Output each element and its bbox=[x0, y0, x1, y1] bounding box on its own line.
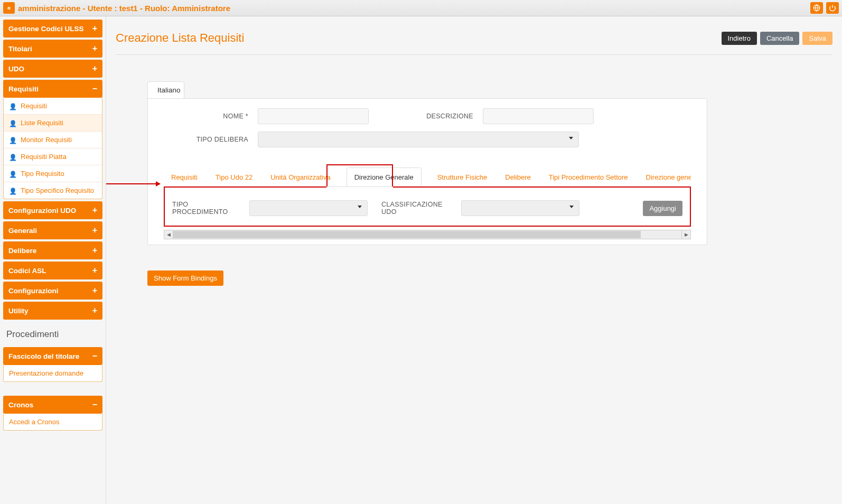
sidebar-group-label: Gestione Codici ULSS bbox=[8, 25, 84, 33]
header-right bbox=[810, 2, 839, 14]
label-tipo-procedimento: TIPO PROCEDIMENTO bbox=[172, 201, 241, 216]
back-button[interactable]: Indietro bbox=[722, 32, 757, 45]
sidebar-section-procedimenti: Procedimenti bbox=[3, 322, 102, 347]
inner-tabs: Requisiti Tipo Udo 22 Unità Organizzativ… bbox=[164, 167, 691, 187]
sidebar-item-label: Tipo Requisito bbox=[21, 170, 64, 178]
expand-icon: + bbox=[92, 266, 97, 275]
globe-icon[interactable] bbox=[810, 2, 823, 14]
sidebar-group-cronos[interactable]: Cronos − bbox=[3, 396, 102, 414]
sidebar-item-tipo-requisito[interactable]: Tipo Requisito bbox=[4, 165, 102, 182]
sidebar-group-generali[interactable]: Generali + bbox=[3, 221, 102, 239]
sidebar-group-label: Requisiti bbox=[8, 85, 39, 93]
expand-icon: + bbox=[92, 44, 97, 53]
label-descrizione: DESCRIZIONE bbox=[378, 113, 473, 120]
header-title: amministrazione - Utente : test1 - Ruolo… bbox=[18, 4, 230, 13]
sidebar-collapse-button[interactable]: « bbox=[3, 2, 15, 14]
sidebar-group-label: Utility bbox=[8, 307, 29, 315]
person-gear-icon bbox=[9, 153, 16, 161]
sidebar-group-delibere[interactable]: Delibere + bbox=[3, 241, 102, 259]
tab-tipi-procedimento-settore[interactable]: Tipi Procedimento Settore bbox=[547, 168, 630, 186]
tab-strutture-fisiche[interactable]: Strutture Fisiche bbox=[435, 168, 490, 186]
select-tipo-procedimento[interactable] bbox=[249, 200, 368, 216]
tab-delibere[interactable]: Delibere bbox=[503, 168, 532, 186]
form-row-tipo-delibera: TIPO DELIBERA bbox=[164, 132, 691, 147]
app-header: « amministrazione - Utente : test1 - Ruo… bbox=[0, 0, 842, 16]
sidebar-group-udo[interactable]: UDO + bbox=[3, 60, 102, 78]
action-bar: Indietro Cancella Salva bbox=[722, 32, 833, 45]
label-nome: NOME * bbox=[164, 113, 248, 120]
collapse-icon: − bbox=[92, 84, 97, 94]
tab-direzione-generale[interactable]: Direzione Generale bbox=[347, 167, 422, 187]
sidebar-group-label: Codici ASL bbox=[8, 267, 46, 275]
scroll-right-arrow-icon[interactable]: ▶ bbox=[681, 230, 691, 239]
sidebar-item-requisiti-piatta[interactable]: Requisiti Piatta bbox=[4, 148, 102, 165]
sidebar-item-label: Accedi a Cronos bbox=[9, 418, 59, 426]
sidebar-submenu-requisiti: Requisiti Liste Requisiti Monitor Requis… bbox=[3, 98, 102, 199]
annotation-arrow bbox=[106, 183, 160, 184]
language-tab[interactable]: Italiano bbox=[147, 81, 184, 98]
sidebar-item-label: Monitor Requisiti bbox=[21, 136, 72, 144]
sidebar-group-label: Titolari bbox=[8, 45, 32, 53]
sidebar-group-utility[interactable]: Utility + bbox=[3, 302, 102, 320]
person-gear-icon bbox=[9, 136, 16, 144]
sidebar-item-tipo-specifico-requisito[interactable]: Tipo Specifico Requisito bbox=[4, 182, 102, 199]
scroll-track[interactable] bbox=[173, 230, 681, 239]
sidebar-group-label: Delibere bbox=[8, 247, 36, 255]
sidebar-item-label: Requisiti Piatta bbox=[21, 153, 67, 161]
sidebar-submenu-fascicolo: Presentazione domande bbox=[3, 365, 102, 382]
tab-unita-organizzativa[interactable]: Unità Organizzativa bbox=[268, 168, 332, 186]
sidebar-group-gestione-codici-ulss[interactable]: Gestione Codici ULSS + bbox=[3, 20, 102, 38]
annotation-border bbox=[393, 186, 690, 188]
select-tipo-delibera[interactable] bbox=[258, 132, 579, 147]
scroll-left-arrow-icon[interactable]: ◀ bbox=[164, 230, 173, 239]
expand-icon: + bbox=[92, 306, 97, 315]
tab-content-row: TIPO PROCEDIMENTO CLASSIFICAZIONE UDO Ag… bbox=[172, 200, 682, 216]
sidebar-item-monitor-requisiti[interactable]: Monitor Requisiti bbox=[4, 132, 102, 148]
sidebar-submenu-cronos: Accedi a Cronos bbox=[3, 414, 102, 431]
sidebar-item-label: Liste Requisiti bbox=[21, 119, 63, 127]
sidebar-group-configurazioni[interactable]: Configurazioni + bbox=[3, 282, 102, 300]
sidebar-group-fascicolo[interactable]: Fascicolo del titolare − bbox=[3, 347, 102, 365]
input-nome[interactable] bbox=[258, 108, 369, 124]
person-gear-icon bbox=[9, 187, 16, 194]
annotation-border bbox=[165, 186, 326, 188]
sidebar-item-liste-requisiti[interactable]: Liste Requisiti bbox=[4, 115, 102, 132]
expand-icon: + bbox=[92, 246, 97, 255]
show-form-bindings-button[interactable]: Show Form Bindings bbox=[147, 270, 223, 286]
sidebar-item-label: Tipo Specifico Requisito bbox=[21, 186, 94, 194]
expand-icon: + bbox=[92, 64, 97, 73]
label-classificazione-udo: CLASSIFICAZIONE UDO bbox=[381, 201, 453, 216]
save-button[interactable]: Salva bbox=[802, 32, 832, 45]
add-button[interactable]: Aggiungi bbox=[643, 201, 682, 216]
form-card-wrapper: Italiano NOME * DESCRIZIONE TIPO DELIBER… bbox=[147, 81, 707, 245]
power-icon[interactable] bbox=[826, 2, 839, 14]
sidebar-group-label: Configurazioni bbox=[8, 287, 59, 295]
sidebar-group-label: Cronos bbox=[8, 401, 33, 409]
sidebar-group-codici-asl[interactable]: Codici ASL + bbox=[3, 262, 102, 279]
sidebar-group-titolari[interactable]: Titolari + bbox=[3, 40, 102, 58]
sidebar-group-label: UDO bbox=[8, 65, 24, 73]
horizontal-scrollbar[interactable]: ◀ ▶ bbox=[164, 230, 691, 239]
sidebar-item-label: Presentazione domande bbox=[9, 369, 83, 377]
page-title: Creazione Lista Requisiti bbox=[116, 31, 244, 45]
chevron-down-icon bbox=[569, 137, 573, 139]
sidebar-group-configurazioni-udo[interactable]: Configurazioni UDO + bbox=[3, 201, 102, 219]
person-gear-icon bbox=[9, 119, 16, 127]
sidebar-item-presentazione-domande[interactable]: Presentazione domande bbox=[4, 365, 102, 381]
select-classificazione-udo[interactable] bbox=[461, 200, 579, 216]
sidebar-item-accedi-cronos[interactable]: Accedi a Cronos bbox=[4, 414, 102, 430]
tab-tipo-udo-22[interactable]: Tipo Udo 22 bbox=[213, 168, 255, 186]
sidebar-group-label: Generali bbox=[8, 227, 37, 235]
input-descrizione[interactable] bbox=[483, 108, 594, 124]
tab-direzione-generale-2[interactable]: Direzione generale bbox=[644, 168, 691, 186]
cancel-button[interactable]: Cancella bbox=[760, 32, 800, 45]
sidebar-item-requisiti[interactable]: Requisiti bbox=[4, 98, 102, 115]
tab-requisiti[interactable]: Requisiti bbox=[169, 168, 200, 186]
sidebar-group-requisiti[interactable]: Requisiti − bbox=[3, 80, 102, 98]
sidebar-group-label: Configurazioni UDO bbox=[8, 207, 76, 214]
sidebar-item-label: Requisiti bbox=[21, 102, 47, 110]
chevron-down-icon bbox=[569, 206, 574, 208]
form-card: NOME * DESCRIZIONE TIPO DELIBERA Requisi… bbox=[147, 98, 707, 245]
sidebar: Gestione Codici ULSS + Titolari + UDO + … bbox=[0, 16, 106, 503]
scroll-thumb[interactable] bbox=[173, 231, 641, 238]
